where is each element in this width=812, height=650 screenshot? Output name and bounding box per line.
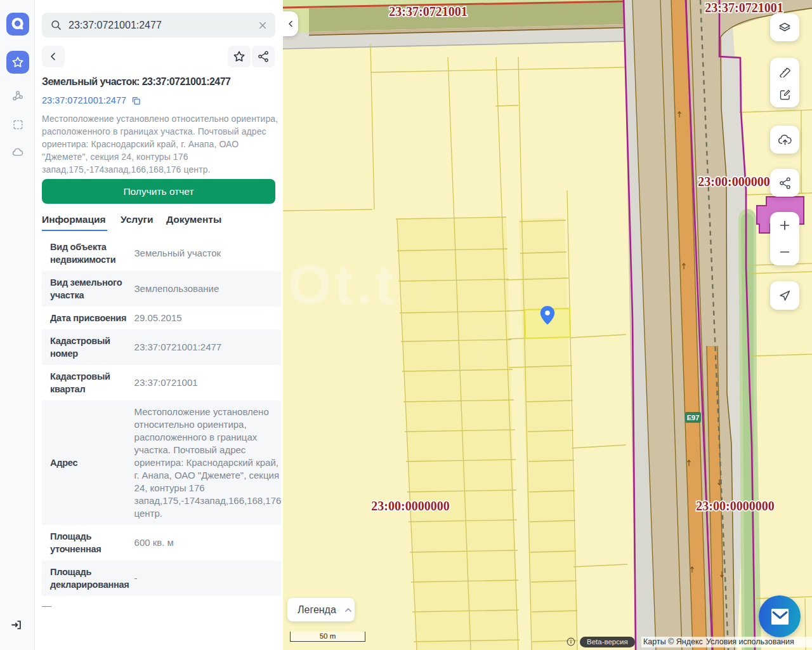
svg-text:23:37:0721001: 23:37:0721001	[705, 1, 783, 15]
svg-text:23:37:0721001: 23:37:0721001	[389, 4, 467, 18]
svg-text:23:00:0000000: 23:00:0000000	[698, 175, 776, 189]
svg-text:23:00:0000000: 23:00:0000000	[371, 499, 449, 513]
svg-text:23:00:0000000: 23:00:0000000	[696, 499, 774, 513]
svg-text:E97: E97	[687, 414, 700, 421]
